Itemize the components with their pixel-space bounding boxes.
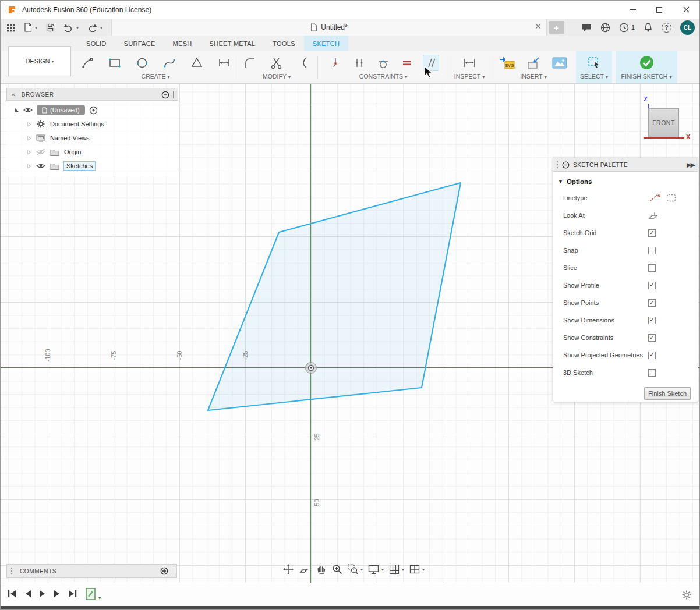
new-tab-button[interactable]: +	[549, 21, 564, 34]
feedback-button[interactable]	[582, 23, 592, 32]
panel-grip-icon[interactable]	[556, 161, 558, 169]
close-button[interactable]	[673, 1, 699, 19]
modify-dropdown[interactable]: MODIFY▾	[238, 73, 315, 80]
file-menu-button[interactable]: ▾	[24, 23, 37, 32]
viewcube-front-face[interactable]: FRONT	[648, 108, 679, 137]
step-forward-button[interactable]	[53, 589, 61, 598]
show-points-checkbox[interactable]: ✓	[648, 299, 656, 307]
circle-tool-button[interactable]	[133, 54, 151, 72]
eye-icon[interactable]	[36, 162, 45, 169]
create-dropdown[interactable]: CREATE▾	[77, 73, 234, 80]
rectangle-tool-button[interactable]	[106, 54, 123, 72]
tab-surface[interactable]: SURFACE	[115, 36, 164, 51]
tab-tools[interactable]: TOOLS	[264, 36, 304, 51]
sketch-grid-checkbox[interactable]: ✓	[648, 229, 656, 237]
minimize-button[interactable]	[619, 1, 646, 19]
panel-grip-icon[interactable]	[10, 567, 13, 575]
collapse-panel-icon[interactable]: «	[12, 91, 16, 98]
play-button[interactable]	[38, 589, 47, 598]
go-to-start-button[interactable]	[8, 589, 17, 598]
browser-root-row[interactable]: (Unsaved)	[6, 103, 178, 117]
slice-checkbox[interactable]	[648, 264, 656, 272]
web-home-button[interactable]	[600, 23, 610, 33]
select-button[interactable]	[585, 54, 603, 72]
look-at-button[interactable]	[299, 565, 311, 574]
redo-button[interactable]: ▾	[87, 23, 102, 32]
insert-decal-button[interactable]	[525, 54, 542, 72]
tab-solid[interactable]: SOLID	[77, 36, 115, 51]
expand-panel-icon[interactable]: ▶▶	[687, 161, 694, 169]
show-dimensions-checkbox[interactable]: ✓	[648, 317, 656, 324]
coincident-constraint-button[interactable]	[328, 55, 343, 70]
show-projected-geometries-checkbox[interactable]: ✓	[648, 352, 656, 359]
help-button[interactable]: ?	[662, 23, 671, 33]
show-profile-checkbox[interactable]: ✓	[648, 282, 656, 289]
show-constraints-checkbox[interactable]: ✓	[648, 334, 656, 342]
fillet-tool-button[interactable]	[241, 54, 259, 72]
look-at-icon[interactable]	[648, 211, 660, 220]
browser-item-document-settings[interactable]: ▷ Document Settings	[6, 117, 178, 131]
snap-checkbox[interactable]	[648, 247, 656, 254]
line-tool-button[interactable]	[79, 54, 96, 72]
save-button[interactable]	[46, 23, 55, 32]
browser-item-origin[interactable]: ▷ Origin	[6, 145, 178, 159]
trim-tool-button[interactable]	[268, 55, 285, 71]
polygon-tool-button[interactable]	[188, 54, 206, 72]
app-switcher-button[interactable]	[6, 23, 15, 32]
spline-tool-button[interactable]	[161, 54, 178, 72]
add-comment-icon[interactable]	[160, 567, 168, 575]
insert-image-button[interactable]	[550, 55, 569, 71]
display-settings-button[interactable]: ▾	[368, 565, 384, 574]
activate-component-radio[interactable]	[89, 106, 98, 115]
centerline-icon[interactable]	[666, 193, 677, 203]
orbit-button[interactable]	[282, 563, 294, 575]
job-status-button[interactable]: 1	[619, 23, 635, 33]
disclosure-triangle-icon[interactable]: ▷	[27, 121, 31, 127]
slot-tool-button[interactable]	[215, 54, 233, 72]
browser-item-sketches[interactable]: ▷ Sketches	[6, 159, 178, 173]
vertical-horizontal-constraint-button[interactable]	[352, 55, 367, 70]
close-tab-button[interactable]	[535, 23, 541, 29]
panel-grip-icon[interactable]	[173, 91, 175, 98]
disclosure-triangle-icon[interactable]: ▷	[27, 163, 31, 169]
disclosure-triangle-icon[interactable]: ▷	[27, 135, 31, 141]
equal-constraint-button[interactable]	[400, 55, 415, 70]
measure-button[interactable]	[461, 54, 478, 72]
step-back-button[interactable]	[24, 589, 32, 598]
maximize-button[interactable]	[646, 1, 673, 19]
insert-dropdown[interactable]: INSERT▾	[493, 73, 574, 80]
timeline-settings-button[interactable]	[681, 590, 692, 600]
tangent-constraint-button[interactable]	[376, 55, 391, 70]
construction-line-icon[interactable]	[648, 193, 661, 203]
sketch-palette-header[interactable]: SKETCH PALETTE ▶▶	[553, 158, 698, 172]
eye-off-icon[interactable]	[36, 148, 45, 155]
tab-mesh[interactable]: MESH	[164, 36, 201, 51]
finish-sketch-button[interactable]	[637, 53, 656, 72]
finish-sketch-palette-button[interactable]: Finish Sketch	[644, 387, 691, 400]
origin-point[interactable]	[303, 360, 319, 375]
grid-settings-button[interactable]: ▾	[389, 564, 404, 574]
browser-header[interactable]: « BROWSER	[6, 88, 178, 101]
viewports-button[interactable]: ▾	[409, 565, 425, 574]
tab-sheet-metal[interactable]: SHEET METAL	[201, 36, 264, 51]
go-to-end-button[interactable]	[68, 589, 77, 598]
zoom-button[interactable]	[332, 564, 342, 574]
workspace-selector[interactable]: DESIGN▾	[8, 46, 71, 76]
account-avatar[interactable]: CL	[680, 20, 695, 35]
document-tab[interactable]: Untitled*	[111, 19, 547, 36]
select-dropdown[interactable]: SELECT▾	[576, 73, 612, 80]
collapse-all-icon[interactable]	[161, 91, 169, 99]
expand-corner-icon[interactable]	[15, 108, 19, 112]
inspect-dropdown[interactable]: INSPECT▾	[450, 73, 489, 80]
sketch-profile-polygon[interactable]	[208, 183, 461, 410]
3d-sketch-checkbox[interactable]	[648, 369, 656, 377]
comments-panel[interactable]: COMMENTS	[6, 564, 177, 578]
finish-sketch-dropdown[interactable]: FINISH SKETCH▾	[616, 73, 677, 80]
collapse-all-icon[interactable]	[562, 161, 570, 169]
timeline-sketch-feature[interactable]: ▾	[86, 587, 101, 601]
insert-svg-button[interactable]: SVG	[498, 54, 517, 72]
options-section-header[interactable]: ▼ Options	[553, 174, 698, 189]
notifications-button[interactable]	[644, 23, 653, 33]
offset-tool-button[interactable]	[295, 54, 312, 72]
browser-item-named-views[interactable]: ▷ Named Views	[6, 131, 178, 145]
